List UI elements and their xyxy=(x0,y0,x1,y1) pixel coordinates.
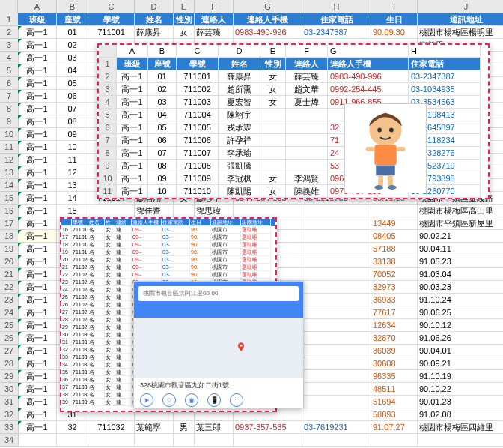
tiny-row: 20711020名女連09--03-90.桃園市選取唯 xyxy=(61,256,275,264)
row-30[interactable]: 30 xyxy=(0,383,18,396)
row-headers: 1234567891011121314151617181920212223242… xyxy=(0,13,19,447)
svg-point-2 xyxy=(389,128,394,133)
row-19[interactable]: 19 xyxy=(0,243,18,255)
col-G[interactable]: G xyxy=(234,0,302,13)
map-share-button[interactable]: ⋮ xyxy=(230,393,243,407)
svg-point-9 xyxy=(374,185,383,190)
col-C[interactable]: C xyxy=(88,0,135,13)
pop1-row[interactable]: 4高一103711003夏宏智女夏士煒0911-966-85503-353456… xyxy=(99,96,488,109)
cartoon-boy-image xyxy=(344,103,427,193)
row-15[interactable]: 15 xyxy=(0,192,18,205)
pop1-row[interactable]: 11高一110711010陳凱陽女陳義雄0975-757-25603-22607… xyxy=(99,185,488,198)
row-23[interactable]: 23 xyxy=(0,294,18,306)
row-7[interactable]: 7 xyxy=(0,90,18,103)
map-directions-button[interactable]: ➤ xyxy=(140,393,153,407)
popup-sheet-top: A B C D E F G H 1 班級 座號 學號 姓名 性別 連絡人 連絡人… xyxy=(97,43,490,199)
pop1-row[interactable]: 9高一108711008張凱騰5303-9523719 xyxy=(99,160,488,172)
table-row[interactable]: 高一132711032葉範寧男葉三郎0937-357-53503-7619231… xyxy=(18,421,503,434)
row-24[interactable]: 24 xyxy=(0,306,18,319)
row-17[interactable]: 17 xyxy=(0,217,18,230)
pop1-row[interactable]: 8高一107711007李承瑜2403-7328276 xyxy=(99,147,488,160)
svg-rect-6 xyxy=(397,147,406,151)
row-22[interactable]: 22 xyxy=(0,281,18,294)
map-pin-icon xyxy=(236,342,246,352)
svg-rect-7 xyxy=(378,175,383,186)
map-search-input[interactable]: 桃園市觀音區洪阿江里00-00 xyxy=(138,286,299,301)
col-D[interactable]: D xyxy=(135,0,174,13)
row-25[interactable]: 25 xyxy=(0,319,18,332)
row-31[interactable]: 31 xyxy=(0,396,18,408)
row-20[interactable]: 20 xyxy=(0,255,18,268)
svg-rect-3 xyxy=(374,145,396,165)
tiny-row: 18711018名女連09--03-90.桃園市選取唯 xyxy=(61,241,275,249)
pop1-row[interactable]: 10高一109711009李冠棋女李鴻賢0961-721-53503-77938… xyxy=(99,172,488,185)
svg-rect-8 xyxy=(388,175,393,186)
row-26[interactable]: 26 xyxy=(0,332,18,345)
svg-point-1 xyxy=(377,128,382,133)
col-E[interactable]: E xyxy=(174,0,195,13)
row-33[interactable]: 33 xyxy=(0,421,18,434)
tiny-row: 16711016名女連09--03-90.桃園市選取唯 xyxy=(61,226,275,234)
row-13[interactable]: 13 xyxy=(0,166,18,179)
row-4[interactable]: 4 xyxy=(0,52,18,64)
table-row[interactable]: 高一115鄧佳齊鄧思瑋桃園市楊梅區高山里 xyxy=(18,205,503,217)
col-F[interactable]: F xyxy=(195,0,234,13)
map-nearby-button[interactable]: ◉ xyxy=(185,393,198,407)
col-B[interactable]: B xyxy=(57,0,88,13)
header-row: 班級座號學號姓名性別連絡人連絡人手機住家電話生日通訊地址 xyxy=(18,13,503,26)
table-row[interactable]: 高一101711001薛康昇女薛芸臻0983-490-99603-2347387… xyxy=(18,26,503,39)
svg-point-11 xyxy=(240,345,242,347)
pop1-row[interactable]: 2高一101711001薛康昇女薛芸臻0983-490-99603-234738… xyxy=(99,70,488,83)
row-6[interactable]: 6 xyxy=(0,77,18,90)
pop1-row[interactable]: 3高一102711002趙所熏女趙文華0992-254-44503-103493… xyxy=(99,83,488,96)
row-5[interactable]: 5 xyxy=(0,64,18,77)
row-12[interactable]: 12 xyxy=(0,154,18,166)
col-I[interactable]: I xyxy=(371,0,418,13)
row-32[interactable]: 32 xyxy=(0,408,18,421)
row-18[interactable]: 18 xyxy=(0,230,18,243)
main-spreadsheet: A B C D E F G H I J 12345678910111213141… xyxy=(0,0,503,14)
map-header: 桃園市觀音區洪阿江里00-00 xyxy=(134,282,303,318)
pop1-row[interactable]: 6高一105711005戎承霖3203-5645897 xyxy=(99,121,488,134)
row-3[interactable]: 3 xyxy=(0,39,18,52)
row-34[interactable]: 34 xyxy=(0,434,18,447)
table-row[interactable] xyxy=(18,434,503,447)
tiny-row: 22711022名女連09--03-90.桃園市選取唯 xyxy=(61,271,275,279)
map-save-button[interactable]: ☆ xyxy=(162,393,176,407)
row-29[interactable]: 29 xyxy=(0,370,18,383)
svg-rect-4 xyxy=(376,166,395,176)
pop1-row[interactable]: 5高一104711004陳翊宇03-6198413 xyxy=(99,109,488,121)
map-address: 328桃園市觀音區九如二街1號 xyxy=(140,381,297,390)
row-11[interactable]: 11 xyxy=(0,141,18,154)
col-H[interactable]: H xyxy=(302,0,371,13)
row-16[interactable]: 16 xyxy=(0,205,18,217)
pop1-header: 1 班級 座號 學號 姓名 性別 連絡人 連絡人手機 住家電話 xyxy=(99,58,488,70)
tiny-row: 17711017名女連09--03-90.桃園市選取唯 xyxy=(61,234,275,241)
tiny-row: 21711021名女連09--03-90.桃園市選取唯 xyxy=(61,264,275,271)
column-headers: A B C D E F G H I J xyxy=(0,0,503,14)
pop1-row[interactable]: 7高一106711006許孕祥7103-4118234 xyxy=(99,134,488,147)
svg-point-10 xyxy=(388,185,397,190)
row-21[interactable]: 21 xyxy=(0,268,18,281)
row-1[interactable]: 1 xyxy=(0,13,18,26)
col-A[interactable]: A xyxy=(18,0,57,13)
row-2[interactable]: 2 xyxy=(0,26,18,39)
row-27[interactable]: 27 xyxy=(0,345,18,357)
row-8[interactable]: 8 xyxy=(0,103,18,115)
row-10[interactable]: 10 xyxy=(0,128,18,141)
row-28[interactable]: 28 xyxy=(0,357,18,370)
tiny-row: 19711019名女連09--03-90.桃園市選取唯 xyxy=(61,249,275,256)
google-maps-overlay: 桃園市觀音區洪阿江里00-00 328桃園市觀音區九如二街1號 ➤ ☆ ◉ 📱 … xyxy=(133,281,304,408)
col-J[interactable]: J xyxy=(418,0,503,13)
pop1-colhdr: A B C D E F G H xyxy=(99,45,488,58)
row-14[interactable]: 14 xyxy=(0,179,18,192)
svg-rect-5 xyxy=(365,147,374,151)
map-send-button[interactable]: 📱 xyxy=(207,393,221,407)
row-9[interactable]: 9 xyxy=(0,115,18,128)
map-canvas[interactable] xyxy=(134,318,303,378)
